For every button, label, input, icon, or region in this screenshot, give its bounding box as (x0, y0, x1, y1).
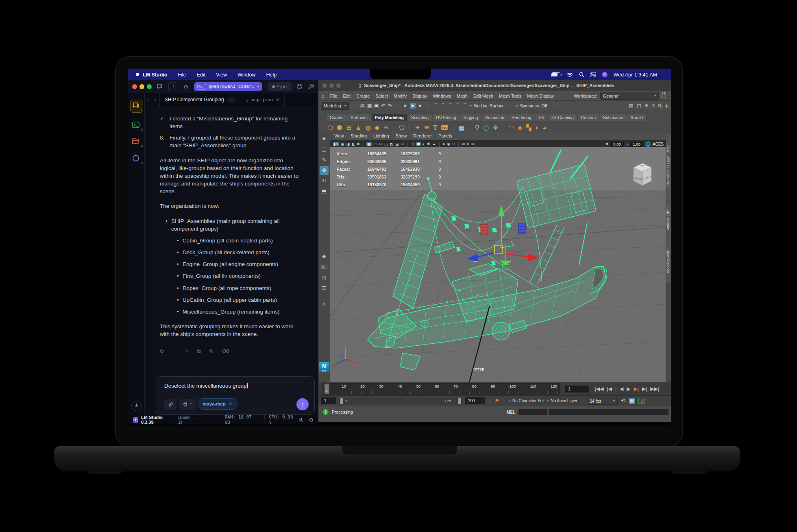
menu-mesh-tools[interactable]: Mesh Tools (499, 94, 521, 98)
mcp-plug-button[interactable]: ⌃ (179, 399, 196, 410)
shelf-tab-rendering[interactable]: Rendering (508, 114, 534, 121)
joint-tool-icon[interactable]: ⚲ (475, 124, 480, 131)
shelf-tab-fx-caching[interactable]: FX Caching (548, 114, 577, 121)
snap-grid-icon[interactable]: ⌒ (433, 102, 438, 109)
current-frame-field[interactable]: 1 (565, 386, 589, 392)
select-component-icon[interactable]: ➤ (418, 103, 422, 109)
layout-split-icon[interactable]: ◫ (320, 273, 329, 282)
menu-modify[interactable]: Modify (394, 94, 407, 98)
menubar-window[interactable]: Window (237, 72, 255, 78)
tab-back-chevron[interactable]: ‹ (144, 97, 152, 103)
menubar-file[interactable]: File (178, 72, 186, 78)
layout-outliner-icon[interactable]: ☰ (320, 284, 329, 293)
sidebar-developer-icon[interactable]: 2 (132, 121, 141, 130)
save-scene-icon[interactable]: ▣ (374, 103, 379, 109)
shelf-tab-animation[interactable]: Animation (482, 114, 507, 121)
tab-attribute-editor[interactable]: Attribute Editor (666, 198, 671, 240)
poly-cone-icon[interactable]: ▲ (355, 124, 361, 131)
step-back-frame-button[interactable]: | (615, 386, 616, 392)
home-icon[interactable]: ⌂ (322, 94, 324, 98)
poly-torus-icon[interactable]: ◍ (365, 124, 371, 131)
helix-icon[interactable]: ≋ (424, 124, 429, 131)
range-start-handle[interactable] (340, 398, 343, 404)
bevel-icon[interactable]: ◕ (542, 124, 547, 131)
shelf-tab-arnold[interactable]: Arnold (627, 114, 646, 121)
tab-forward-chevron[interactable]: › (152, 97, 159, 103)
play-forwards-button[interactable]: ▶ (627, 386, 630, 392)
scale-tool-icon[interactable]: ⬒ (320, 187, 329, 196)
shaded-mode-icon[interactable]: ⬢ (416, 142, 421, 146)
zoom-button[interactable] (147, 84, 152, 89)
menu-display[interactable]: Display (412, 94, 427, 98)
panel-menu-renderer[interactable]: Renderer (413, 133, 432, 138)
panel-menu-panels[interactable]: Panels (438, 133, 452, 138)
select-hierarchy-icon[interactable]: ➤ (403, 103, 407, 109)
anim-start-field[interactable]: 1 (321, 397, 336, 404)
tab-channel-box[interactable]: Channel Box / Layer Editor (666, 133, 671, 198)
type-tool-icon[interactable]: T (433, 124, 438, 131)
anim-layers-icon[interactable]: ⧉ (658, 103, 662, 109)
step-forward-key-button[interactable]: ▶| (642, 386, 647, 392)
attach-file-button[interactable] (163, 399, 176, 410)
tab-options-icon[interactable]: ⋯ (227, 97, 236, 102)
edit-icon[interactable]: ✎ (209, 348, 213, 355)
settings-gear-icon[interactable]: ⚙ (309, 417, 314, 423)
film-gate-icon[interactable]: ▭ (374, 142, 377, 146)
panel-menu-show[interactable]: Show (396, 133, 407, 138)
zoom-button[interactable] (336, 83, 341, 88)
sidebar-models-folder-icon[interactable]: 3 (132, 137, 141, 146)
close-button[interactable] (322, 83, 327, 88)
select-camera-icon[interactable]: ▮A (333, 142, 339, 146)
shelf-tab-uv-editing[interactable]: UV Editing (433, 114, 459, 121)
viewport-3d[interactable]: y x z FRONT RIGHT (330, 147, 666, 382)
snap-point-icon[interactable]: ⌒ (448, 102, 453, 109)
menubar-help[interactable]: Help (266, 72, 277, 78)
platonic-solid-icon[interactable]: ⬠ (399, 124, 405, 131)
user-account-icon[interactable] (298, 417, 303, 423)
gamma-value[interactable]: 1.00 (630, 142, 643, 147)
set-key-icon[interactable]: ◷ (483, 124, 489, 131)
menu-file[interactable]: File (330, 94, 338, 98)
workspace-selector[interactable]: General*▾ (600, 92, 659, 100)
control-center-icon[interactable] (590, 72, 596, 77)
anim-prefs-icon[interactable]: ⚷ (638, 398, 645, 404)
svg-tool-icon[interactable]: svg (441, 125, 449, 130)
timeline-ticks[interactable]: 010 2030 4050 6070 8090 100110 120 1 (322, 383, 560, 395)
shelf-tab-curves[interactable]: Curves (327, 114, 346, 121)
chat-transcript[interactable]: 7. I created a "Miscellaneous_Group" for… (144, 107, 318, 376)
go-to-start-button[interactable]: |◀◀ (595, 386, 604, 392)
resolution-gate-icon[interactable]: ⊡ (379, 142, 382, 146)
menubar-clock[interactable]: Wed Apr 1 9:41 AM (614, 72, 657, 78)
color-management-toggle[interactable]: ON (645, 142, 651, 147)
ssao-icon[interactable]: ⧇ (467, 142, 469, 146)
auto-key-icon[interactable]: ▦ (629, 398, 635, 404)
layout-four-pane-icon[interactable]: ⊞⊟ (320, 263, 329, 272)
mel-result-field[interactable] (549, 409, 669, 415)
developer-wrench-icon[interactable] (308, 83, 314, 89)
playback-range-slider[interactable]: 1 120 (340, 398, 462, 404)
menubar-view[interactable]: View (216, 72, 227, 78)
lasso-tool-icon[interactable]: ⬚ (320, 145, 329, 154)
select-object-icon[interactable]: ➤ (410, 103, 416, 109)
paint-select-tool-icon[interactable]: ✎ (320, 155, 329, 164)
shelf-tab-custom[interactable]: Custom (578, 114, 599, 121)
remove-mcp-icon[interactable]: ✕ (229, 401, 233, 407)
multisample-icon[interactable]: ⧉ (462, 142, 465, 146)
smooth-mesh-icon[interactable]: ◠ (508, 124, 514, 131)
tab-modeling-toolkit[interactable]: Modeling Toolkit (666, 239, 671, 283)
shelf-tab-sculpting[interactable]: Sculpting (408, 114, 432, 121)
wireframe-mode-icon[interactable]: ⬡ (411, 142, 414, 146)
rotate-tool-icon[interactable]: ↻ (320, 177, 329, 185)
minimize-button[interactable] (139, 84, 144, 89)
play-backwards-button[interactable]: ◀ (620, 386, 623, 392)
menu-edit[interactable]: Edit (343, 94, 351, 98)
add-tab-button[interactable]: + (168, 82, 178, 91)
grid-toggle-icon[interactable]: ▦ (366, 142, 372, 146)
step-forward-frame-button[interactable]: ▶| (634, 386, 639, 392)
render-icon[interactable]: ▧ (629, 103, 633, 109)
lock-camera-icon[interactable]: ▣ (341, 142, 344, 146)
chat-input-value[interactable]: Deselect the miscellaneous group (164, 383, 247, 389)
apple-menu-icon[interactable] (135, 72, 143, 78)
shelf-tab-rigging[interactable]: Rigging (460, 114, 481, 121)
bookmarks-icon[interactable]: ◧ (352, 142, 355, 146)
